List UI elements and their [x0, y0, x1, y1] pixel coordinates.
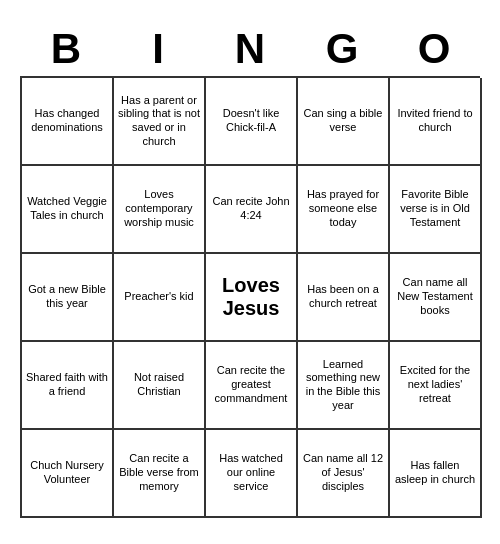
bingo-card: BINGO Has changed denominationsHas a par… [10, 16, 490, 528]
bingo-letter-i: I [114, 26, 202, 72]
bingo-cell-22[interactable]: Has watched our online service [206, 430, 298, 518]
bingo-cell-16[interactable]: Not raised Christian [114, 342, 206, 430]
bingo-cell-17[interactable]: Can recite the greatest commandment [206, 342, 298, 430]
bingo-letter-g: G [298, 26, 386, 72]
bingo-cell-14[interactable]: Can name all New Testament books [390, 254, 482, 342]
bingo-cell-8[interactable]: Has prayed for someone else today [298, 166, 390, 254]
bingo-cell-1[interactable]: Has a parent or sibling that is not save… [114, 78, 206, 166]
bingo-cell-6[interactable]: Loves contemporary worship music [114, 166, 206, 254]
bingo-cell-0[interactable]: Has changed denominations [22, 78, 114, 166]
bingo-cell-15[interactable]: Shared faith with a friend [22, 342, 114, 430]
bingo-cell-2[interactable]: Doesn't like Chick-fil-A [206, 78, 298, 166]
bingo-cell-20[interactable]: Chuch Nursery Volunteer [22, 430, 114, 518]
bingo-cell-23[interactable]: Can name all 12 of Jesus' disciples [298, 430, 390, 518]
bingo-header: BINGO [20, 26, 480, 72]
bingo-cell-13[interactable]: Has been on a church retreat [298, 254, 390, 342]
bingo-cell-3[interactable]: Can sing a bible verse [298, 78, 390, 166]
bingo-cell-5[interactable]: Watched Veggie Tales in church [22, 166, 114, 254]
bingo-cell-24[interactable]: Has fallen asleep in church [390, 430, 482, 518]
bingo-cell-19[interactable]: Excited for the next ladies' retreat [390, 342, 482, 430]
bingo-cell-18[interactable]: Learned something new in the Bible this … [298, 342, 390, 430]
bingo-grid: Has changed denominationsHas a parent or… [20, 76, 480, 518]
bingo-cell-9[interactable]: Favorite Bible verse is in Old Testament [390, 166, 482, 254]
bingo-cell-12[interactable]: Loves Jesus [206, 254, 298, 342]
bingo-cell-21[interactable]: Can recite a Bible verse from memory [114, 430, 206, 518]
bingo-letter-n: N [206, 26, 294, 72]
bingo-letter-o: O [390, 26, 478, 72]
bingo-cell-4[interactable]: Invited friend to church [390, 78, 482, 166]
bingo-letter-b: B [22, 26, 110, 72]
bingo-cell-10[interactable]: Got a new Bible this year [22, 254, 114, 342]
bingo-cell-11[interactable]: Preacher's kid [114, 254, 206, 342]
bingo-cell-7[interactable]: Can recite John 4:24 [206, 166, 298, 254]
